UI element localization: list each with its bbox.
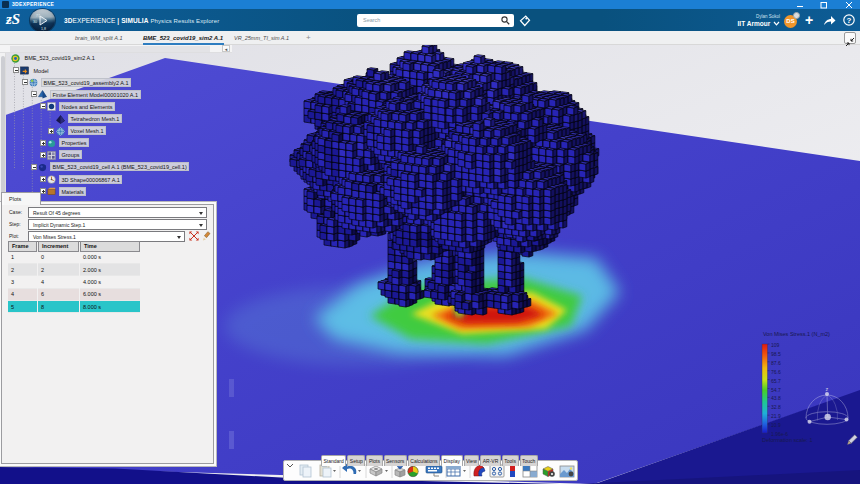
- svg-text:32.8: 32.8: [771, 404, 781, 410]
- svg-text:Von Mises Stress.1 (N_m2): Von Mises Stress.1 (N_m2): [763, 331, 830, 337]
- svg-text:54.7: 54.7: [771, 387, 781, 393]
- svg-text:98.5: 98.5: [771, 351, 781, 357]
- svg-text:87.6: 87.6: [771, 360, 781, 366]
- svg-text:?: ?: [846, 16, 851, 25]
- svg-text:Deformation scale: 1: Deformation scale: 1: [762, 437, 812, 443]
- svg-text:77: 77: [36, 14, 40, 18]
- svg-text:65.7: 65.7: [771, 378, 781, 384]
- svg-text:21.9: 21.9: [771, 413, 781, 419]
- svg-text:109: 109: [771, 342, 780, 348]
- svg-text:10.9: 10.9: [771, 422, 781, 428]
- svg-text:76.6: 76.6: [771, 369, 781, 375]
- svg-text:43.8: 43.8: [771, 395, 781, 401]
- svg-text:z: z: [826, 386, 829, 392]
- svg-text:30: 30: [33, 20, 37, 24]
